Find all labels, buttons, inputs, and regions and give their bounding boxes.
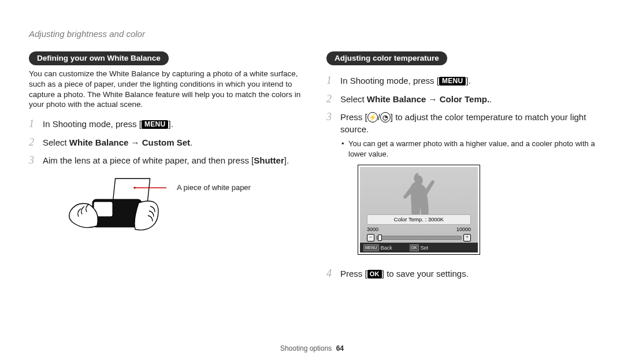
slider-min: 3000 <box>367 226 378 233</box>
menu-mini-chip: MENU <box>363 244 379 251</box>
intro-text: You can customize the White Balance by c… <box>29 69 303 110</box>
step-text: ]. <box>168 119 173 129</box>
step-text: Aim the lens at a piece of white paper, … <box>43 155 254 165</box>
step-text: ]. <box>284 155 289 165</box>
ok-button-chip: OK <box>367 270 382 278</box>
step-text: Select <box>43 138 69 147</box>
slider-max: 10000 <box>456 226 471 233</box>
slider-thumb[interactable] <box>378 235 382 241</box>
breadcrumb: Adjusting brightness and color <box>29 29 601 39</box>
svg-point-4 <box>133 187 136 189</box>
callout-label: A piece of white paper <box>177 183 251 192</box>
step-text: . <box>489 94 492 104</box>
section-pill-defining: Defining your own White Balance <box>29 51 169 65</box>
right-column: Adjusting color temperature 1 In Shootin… <box>326 51 601 286</box>
step-number: 2 <box>29 136 43 149</box>
step-text: Press [ <box>340 112 367 122</box>
step-bold: Shutter <box>254 155 284 165</box>
menu-button-chip: MENU <box>439 77 466 86</box>
lcd-set-label: Set <box>421 244 429 252</box>
step-text: In Shooting mode, press [ <box>43 119 142 129</box>
step-text: In Shooting mode, press [ <box>340 76 439 86</box>
slider-minus-button[interactable]: − <box>367 234 374 242</box>
step-text: Select <box>340 94 367 104</box>
timer-icon: ◔ <box>380 112 391 122</box>
step-number: 1 <box>326 75 340 87</box>
step-number: 4 <box>326 268 340 280</box>
menu-button-chip: MENU <box>142 120 169 129</box>
footer-page-number: 64 <box>336 344 344 352</box>
footer-section: Shooting options <box>280 344 332 352</box>
flash-icon: ⚡ <box>367 112 378 122</box>
section-pill-colortemp: Adjusting color temperature <box>326 51 447 65</box>
step-text: ]. <box>466 76 470 86</box>
page-footer: Shooting options 64 <box>0 344 624 352</box>
slider-track[interactable] <box>376 236 462 240</box>
step-text: Press [ <box>340 269 367 278</box>
lcd-back-label: Back <box>381 244 392 252</box>
lcd-slider: 3000 10000 − + <box>367 226 471 239</box>
step-text: ] to save your settings. <box>382 269 469 278</box>
step-number: 1 <box>29 118 43 131</box>
camera-hands-illustration <box>64 176 173 246</box>
step-number: 3 <box>326 111 340 124</box>
left-column: Defining your own White Balance You can … <box>29 51 303 286</box>
step-subnote: You can get a warmer photo with a higher… <box>340 139 601 159</box>
step-number: 3 <box>29 154 43 167</box>
lcd-screenshot: Color Temp. : 3000K 3000 10000 − <box>358 165 480 255</box>
ok-mini-chip: OK <box>410 244 419 251</box>
step-text: . <box>190 138 192 147</box>
step-bold: White Balance → Custom Set <box>69 138 190 147</box>
lcd-value-label: Color Temp. : 3000K <box>367 214 471 225</box>
step-number: 2 <box>326 93 340 106</box>
step-bold: White Balance → Color Temp. <box>367 94 489 104</box>
slider-plus-button[interactable]: + <box>463 234 471 242</box>
